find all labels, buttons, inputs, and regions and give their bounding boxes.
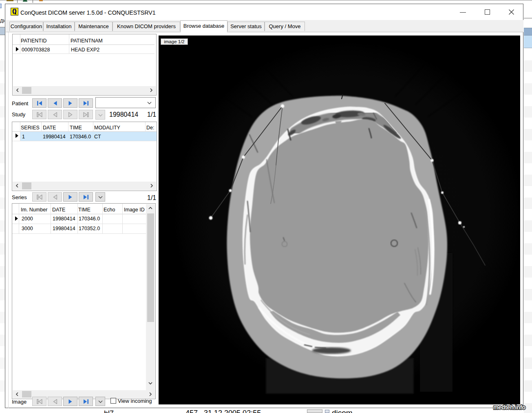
svg-text:medteh.info: medteh.info xyxy=(493,404,525,411)
